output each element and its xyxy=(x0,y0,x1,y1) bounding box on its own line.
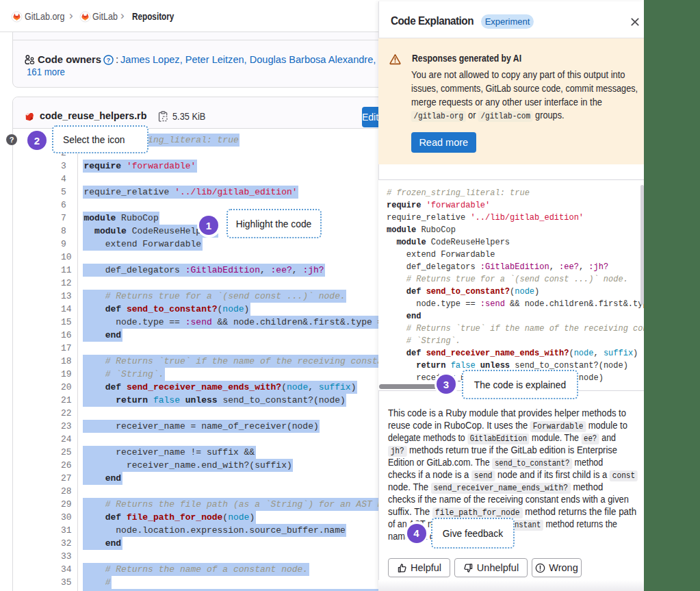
svg-text:?: ? xyxy=(106,57,109,64)
